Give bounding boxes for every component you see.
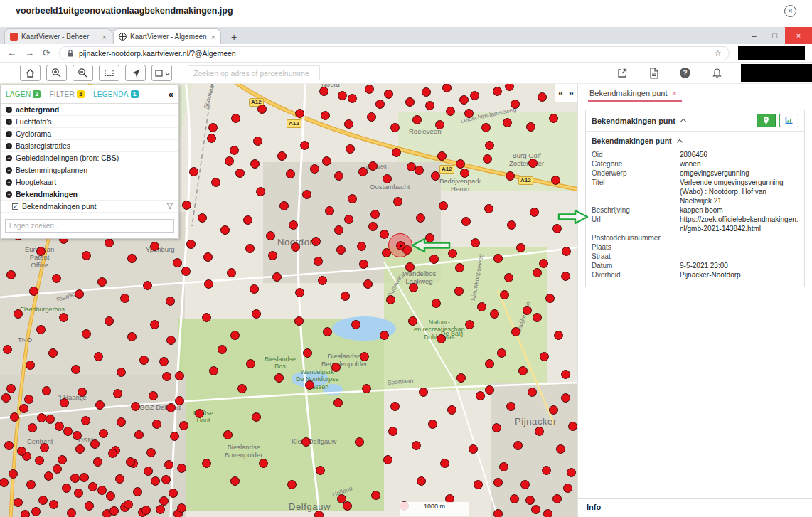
selected-marker[interactable] [388, 233, 412, 257]
map-marker[interactable] [52, 274, 61, 283]
help-icon[interactable]: ? [680, 68, 690, 78]
map-marker[interactable] [417, 476, 426, 486]
forward-icon[interactable]: → [25, 48, 34, 58]
map-marker[interactable] [446, 107, 455, 116]
map-marker[interactable] [120, 294, 129, 303]
map-marker[interactable] [561, 370, 570, 379]
map-marker[interactable] [71, 365, 80, 374]
map-marker[interactable] [301, 437, 311, 447]
layer-item[interactable]: +achtergrond [1, 104, 178, 116]
map-marker[interactable] [439, 201, 448, 210]
expand-icon[interactable]: + [6, 119, 12, 125]
map-marker[interactable] [554, 331, 563, 340]
map-marker[interactable] [526, 122, 535, 132]
map-marker[interactable] [266, 231, 275, 240]
map-marker[interactable] [40, 443, 49, 452]
filter-icon[interactable] [166, 203, 173, 210]
tab-legenda[interactable]: LEGENDA 1 [93, 90, 139, 98]
map-marker[interactable] [46, 415, 55, 424]
map-marker[interactable] [409, 283, 418, 292]
map-marker[interactable] [460, 169, 469, 178]
close-icon[interactable]: × [784, 5, 796, 17]
map-marker[interactable] [333, 398, 343, 407]
map-marker[interactable] [97, 277, 107, 287]
expand-icon[interactable]: + [6, 179, 12, 186]
map-marker[interactable] [295, 109, 304, 118]
map-marker[interactable] [105, 316, 114, 326]
map-marker[interactable] [305, 380, 314, 390]
map-marker[interactable] [561, 393, 570, 403]
map-marker[interactable] [552, 224, 562, 233]
map-marker[interactable] [368, 161, 378, 171]
map-marker[interactable] [343, 501, 352, 511]
map-marker[interactable] [211, 178, 220, 187]
map-marker[interactable] [461, 217, 471, 226]
map-marker[interactable] [533, 313, 542, 322]
layer-item[interactable]: +Luchtfoto's [1, 116, 178, 128]
zoom-to-feature-button[interactable] [757, 114, 776, 127]
map-marker[interactable] [456, 373, 466, 383]
map-marker[interactable] [204, 279, 213, 289]
map-marker[interactable] [294, 316, 304, 326]
map-marker[interactable] [562, 247, 571, 256]
map-marker[interactable] [243, 215, 252, 225]
map-marker[interactable] [440, 459, 449, 468]
map-marker[interactable] [360, 352, 369, 361]
map-marker[interactable] [257, 105, 267, 114]
map-marker[interactable] [370, 210, 380, 219]
map-marker[interactable] [506, 171, 515, 181]
map-marker[interactable] [19, 404, 28, 413]
map-marker[interactable] [159, 496, 169, 506]
export-icon[interactable] [616, 68, 628, 79]
map-marker[interactable] [476, 391, 485, 400]
map-marker[interactable] [408, 316, 417, 326]
map-marker[interactable] [127, 254, 137, 263]
map-marker[interactable] [289, 220, 298, 230]
map-marker[interactable] [507, 220, 516, 230]
map-marker[interactable] [407, 162, 416, 171]
map-marker[interactable] [218, 345, 227, 354]
map-marker[interactable] [383, 174, 392, 183]
map-marker[interactable] [44, 471, 53, 481]
map-marker[interactable] [166, 403, 176, 412]
map-marker[interactable] [481, 123, 491, 132]
map-marker[interactable] [535, 427, 544, 436]
map-marker[interactable] [124, 500, 133, 509]
tab-close-icon[interactable]: × [211, 33, 215, 41]
map-marker[interactable] [53, 464, 62, 474]
map-marker[interactable] [405, 262, 415, 272]
map-marker[interactable] [175, 396, 184, 405]
map-marker[interactable] [256, 187, 265, 196]
map-marker[interactable] [425, 101, 434, 110]
select-area-button[interactable] [99, 65, 119, 81]
map-marker[interactable] [4, 441, 14, 450]
map-marker[interactable] [380, 230, 389, 239]
map-marker[interactable] [386, 295, 395, 304]
map-marker[interactable] [412, 115, 422, 124]
map-marker[interactable] [371, 491, 380, 500]
map-marker[interactable] [528, 388, 537, 397]
map-marker[interactable] [207, 134, 216, 143]
map-marker[interactable] [367, 112, 376, 122]
map-marker[interactable] [75, 444, 85, 454]
map-marker[interactable] [419, 388, 428, 397]
details-card-header[interactable]: Bekendmakingen punt [586, 110, 804, 132]
map-marker[interactable] [109, 506, 119, 516]
browser-tab-algemeen[interactable]: KaartViewer - Algemeen × [113, 28, 221, 44]
map-marker[interactable] [287, 480, 297, 489]
map-marker[interactable] [497, 348, 506, 358]
map-marker[interactable] [127, 332, 137, 341]
map-marker[interactable] [437, 334, 446, 343]
map-marker[interactable] [24, 395, 33, 404]
map-marker[interactable] [170, 432, 179, 441]
locate-button[interactable] [125, 65, 146, 81]
map-marker[interactable] [362, 384, 371, 393]
map-marker[interactable] [493, 254, 503, 263]
map-marker[interactable] [78, 388, 87, 397]
map-marker[interactable] [159, 357, 169, 366]
map-marker[interactable] [528, 159, 538, 168]
map-marker[interactable] [6, 270, 16, 279]
map-marker[interactable] [17, 447, 26, 456]
map-marker[interactable] [392, 148, 401, 157]
map-marker[interactable] [70, 474, 80, 483]
